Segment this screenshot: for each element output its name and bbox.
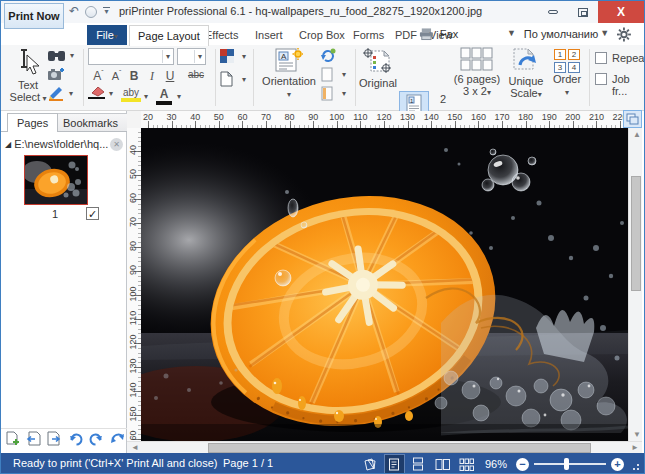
six-pages-button[interactable]: (6 pages)3 x 2▾	[453, 47, 501, 99]
profile-select[interactable]: По умолчанию▼	[524, 28, 609, 40]
italic-button[interactable]: I	[146, 69, 158, 84]
ribbon: Text Select ▾ ▾ ▾ ▾ ▾ Aˆ Aˇ B I U abc ▾ …	[1, 45, 644, 111]
font-name-select[interactable]: ▾	[88, 48, 174, 65]
underline-button[interactable]: U	[164, 69, 176, 83]
unique-scale-button[interactable]: UniqueScale▾	[505, 47, 547, 101]
scroll-left-icon[interactable]: ◄	[131, 443, 139, 452]
rotate-right-button[interactable]	[68, 431, 83, 446]
move-page-left-button[interactable]	[26, 431, 41, 446]
highlight-eraser-button[interactable]: ▾	[88, 87, 113, 99]
v-ruler-label: 50	[128, 163, 138, 185]
page-style-button[interactable]: ▾	[220, 71, 246, 87]
margins-page-button[interactable]: ▾	[321, 86, 346, 101]
chevron-down-icon: ▾	[538, 90, 542, 99]
zoom-slider[interactable]	[534, 463, 606, 465]
chevron-down-icon: ▾	[342, 70, 346, 79]
tab-forms[interactable]: Forms	[345, 25, 392, 46]
close-button[interactable]: X	[598, 1, 644, 23]
font-size-select[interactable]: ▾	[177, 48, 206, 65]
orientation-button[interactable]: A Orientation ▾	[259, 47, 319, 99]
add-page-button[interactable]	[6, 431, 20, 446]
tab-insert[interactable]: Insert	[247, 25, 291, 46]
find-button[interactable]: ▾	[48, 49, 74, 62]
order-icon: 1 2 3 4	[554, 49, 580, 73]
pages-panel: Pages Bookmarks ◢ E:\news\folder\hq... ✕…	[1, 111, 127, 453]
repeat-checkbox[interactable]	[595, 52, 607, 64]
pages-overlap-icon	[626, 113, 639, 125]
h-ruler-label: 150	[444, 112, 466, 122]
theme-button[interactable]: ▾	[220, 49, 246, 64]
tab-file[interactable]: File▾	[87, 25, 127, 45]
resize-grip[interactable]	[632, 457, 640, 471]
restore-icon	[578, 8, 588, 17]
text-highlight-button[interactable]: aby	[121, 87, 141, 102]
font-color-button[interactable]: A	[156, 87, 172, 105]
qat-shape-icon[interactable]	[85, 6, 97, 18]
qat-customize-icon[interactable]: ▾	[102, 7, 111, 16]
h-ruler-label: 210	[585, 112, 607, 122]
v-ruler-label: 60	[128, 187, 138, 209]
chevron-down-icon: ▾	[487, 88, 491, 97]
v-ruler-label: 160	[128, 427, 138, 441]
h-ruler-label: 200	[562, 112, 584, 122]
view-mode-thumbnails-button[interactable]	[457, 455, 476, 473]
scroll-right-icon[interactable]: ►	[631, 443, 639, 452]
scroll-down-icon[interactable]: ▼	[633, 430, 641, 439]
shrink-font-button[interactable]: Aˇ	[109, 69, 124, 82]
chevron-down-icon: ▼	[600, 28, 609, 40]
h-ruler-label: 170	[491, 112, 513, 122]
auto-rotate-button[interactable]	[320, 48, 337, 63]
grow-font-button[interactable]: Aˆ	[91, 69, 106, 83]
minimize-button[interactable]	[538, 1, 568, 23]
tab-crop-box[interactable]: Crop Box	[291, 25, 353, 46]
strikethrough-button[interactable]: abc	[184, 69, 208, 80]
close-document-icon[interactable]: ✕	[110, 138, 123, 151]
tab-bookmarks[interactable]: Bookmarks	[53, 113, 128, 132]
page-print-checkbox[interactable]: ✓	[86, 207, 99, 220]
order-button[interactable]: 1 2 3 4 Order ▾	[549, 47, 585, 97]
printer-select[interactable]: Fax▼	[440, 28, 516, 40]
vertical-scroll-thumb[interactable]	[631, 176, 641, 291]
window-title: priPrinter Professional 6.1 - hq-wallpap…	[119, 5, 482, 17]
print-now-button[interactable]: Print Now	[4, 3, 64, 29]
rotate-left-button[interactable]	[89, 431, 104, 446]
markup-pen-button[interactable]: ▾	[48, 86, 73, 101]
scroll-up-icon[interactable]: ▲	[633, 130, 641, 139]
bold-button[interactable]: B	[128, 69, 140, 83]
page-canvas[interactable]	[141, 128, 628, 441]
move-page-right-button[interactable]	[47, 431, 62, 446]
view-mode-preview-button[interactable]	[361, 455, 380, 473]
horizontal-scrollbar[interactable]: ◄ ►	[127, 441, 642, 453]
zoom-slider-thumb[interactable]	[564, 458, 569, 470]
undo-icon[interactable]: ↶	[69, 4, 79, 18]
v-ruler-label: 70	[128, 211, 138, 233]
portrait-page-button[interactable]: ▾	[321, 67, 346, 82]
rotate-180-button[interactable]	[110, 431, 126, 446]
page-thumbnail[interactable]	[24, 155, 88, 205]
chevron-down-icon: ▾	[109, 89, 113, 98]
tab-page-layout[interactable]: Page Layout	[129, 25, 209, 46]
document-tree-item[interactable]: ◢ E:\news\folder\hq... ✕	[5, 136, 123, 152]
h-ruler-label: 50	[208, 112, 230, 122]
view-mode-facing-button[interactable]	[433, 455, 452, 473]
tab-pages[interactable]: Pages	[7, 113, 58, 132]
pages-preset-2[interactable]: 2	[438, 93, 448, 105]
tree-expander-icon[interactable]: ◢	[5, 140, 11, 149]
zoom-level: 96%	[485, 458, 507, 470]
h-ruler-label: 190	[538, 112, 560, 122]
view-mode-continuous-button[interactable]	[409, 455, 428, 473]
gear-icon[interactable]	[617, 27, 631, 42]
view-mode-single-button[interactable]	[385, 455, 404, 473]
zoom-in-button[interactable]: +	[611, 458, 624, 471]
original-button[interactable]: Original	[359, 47, 397, 89]
zoom-out-button[interactable]: −	[516, 458, 529, 471]
text-select-button[interactable]: Text Select ▾	[7, 47, 49, 103]
restore-button[interactable]	[568, 1, 598, 23]
page-setup-button[interactable]	[623, 110, 642, 128]
original-layout-icon	[363, 47, 393, 75]
vertical-scrollbar[interactable]: ▲ ▼	[628, 128, 642, 441]
horizontal-scroll-thumb[interactable]	[208, 443, 591, 453]
job-frame-checkbox[interactable]	[595, 73, 607, 85]
v-ruler-label: 140	[128, 379, 138, 401]
snapshot-button[interactable]	[48, 68, 64, 81]
